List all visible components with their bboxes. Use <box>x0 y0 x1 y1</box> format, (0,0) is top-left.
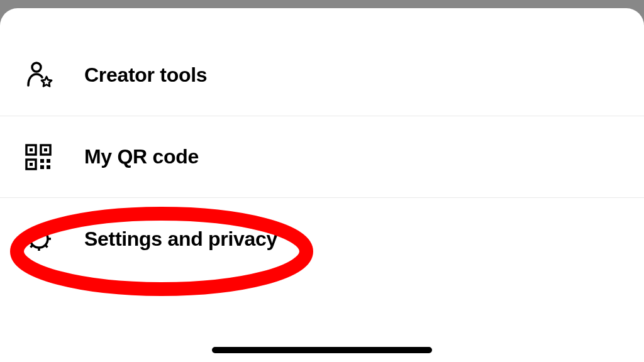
svg-rect-10 <box>47 165 50 169</box>
svg-rect-9 <box>40 165 44 169</box>
qr-code-icon <box>25 144 60 170</box>
menu-item-qr-code[interactable]: My QR code <box>0 116 644 198</box>
gear-icon <box>25 225 60 253</box>
svg-rect-6 <box>30 163 33 166</box>
svg-rect-4 <box>44 148 47 151</box>
menu-list: Creator tools My QR code <box>0 8 644 280</box>
svg-point-11 <box>30 230 48 248</box>
svg-rect-2 <box>30 148 33 151</box>
svg-line-16 <box>31 231 33 233</box>
person-star-icon <box>25 60 60 90</box>
svg-rect-8 <box>47 159 50 163</box>
menu-item-settings-privacy[interactable]: Settings and privacy <box>0 198 644 280</box>
svg-rect-7 <box>40 159 44 163</box>
svg-point-0 <box>32 63 41 72</box>
bottom-sheet: Creator tools My QR code <box>0 8 644 362</box>
svg-line-18 <box>31 245 33 248</box>
menu-item-creator-tools[interactable]: Creator tools <box>0 35 644 116</box>
menu-item-label: My QR code <box>84 145 199 168</box>
home-indicator <box>212 347 432 353</box>
menu-item-label: Settings and privacy <box>84 228 277 251</box>
svg-line-19 <box>45 231 48 233</box>
svg-line-17 <box>45 245 48 248</box>
menu-item-label: Creator tools <box>84 63 207 87</box>
